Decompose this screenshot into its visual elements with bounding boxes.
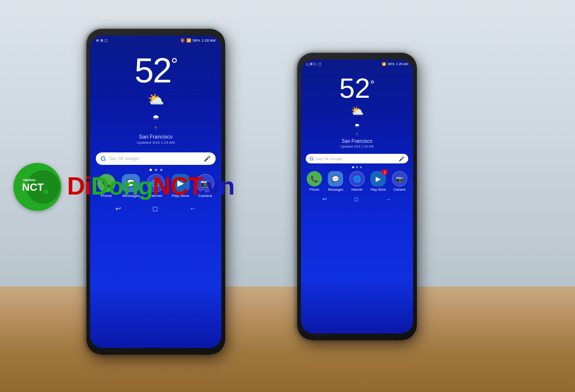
brand-nct: NCT xyxy=(153,172,200,200)
home-dots-large xyxy=(90,169,221,171)
messages-icon-small: 💬 xyxy=(328,171,343,186)
internet-label-small: Internet xyxy=(351,188,363,191)
updated-large: Updated 3/16 1:24 AM xyxy=(90,140,221,145)
app-dock-small: 📞 Phone 💬 Messages 🌐 Internet ▶ xyxy=(301,171,413,193)
nav-home-small[interactable]: ◻ xyxy=(354,196,358,202)
nav-bar-large: ↩ ◻ ← xyxy=(90,202,221,214)
status-bar-large: ⊕ ⊞ ◻ 🔇 📶 58% 1:26 AM xyxy=(90,35,221,44)
search-bar-large[interactable]: G Say 'Ok Google' 🎤 xyxy=(96,152,216,165)
nav-back-large[interactable]: ↩ xyxy=(115,205,121,212)
signal-icon: 📶 xyxy=(186,38,191,43)
city-small: San Francisco xyxy=(301,138,413,144)
camera-icon-small: 📷 xyxy=(392,171,407,186)
nav-bar-small: ↩ ◻ ← xyxy=(301,194,413,204)
signal-small: 📶 xyxy=(382,62,386,66)
location-pin-small: 📍 xyxy=(355,133,359,137)
temp-small: 52° xyxy=(301,74,413,102)
phone-small-screen: △ ⊞ ▷ ◻ 📶 66% 1:26 AM 52° ⛅🌧 xyxy=(301,59,413,334)
mute-icon: 🔇 xyxy=(180,38,185,43)
status-left-small: △ ⊞ ▷ ◻ xyxy=(306,62,322,66)
phone-label-small: Phone xyxy=(310,188,319,191)
time-large: 1:26 AM xyxy=(202,38,216,43)
mic-icon-large: 🎤 xyxy=(204,155,211,162)
dot-2 xyxy=(155,169,157,171)
app-messages-small[interactable]: 💬 Messages xyxy=(328,171,343,191)
time-small: 1:26 AM xyxy=(396,62,408,66)
brand-dong: Dong xyxy=(91,172,153,200)
search-bar-small[interactable]: G Say 'Ok Google' 🎤 xyxy=(306,154,408,163)
internet-icon-small: 🌐 xyxy=(349,171,365,186)
small-dot-2 xyxy=(356,166,358,168)
phone-small: △ ⊞ ▷ ◻ 📶 66% 1:26 AM 52° ⛅🌧 xyxy=(297,53,417,340)
nav-recents-small[interactable]: ← xyxy=(386,196,391,202)
status-bar-small: △ ⊞ ▷ ◻ 📶 66% 1:26 AM xyxy=(301,59,413,67)
app-phone-small[interactable]: 📞 Phone xyxy=(307,171,322,191)
search-placeholder-large: Say 'Ok Google' xyxy=(109,156,204,161)
brand-di: Di xyxy=(67,172,91,200)
small-dot-1 xyxy=(352,166,354,168)
nct-logo: station NCT xyxy=(13,163,61,211)
home-dots-small xyxy=(301,166,413,168)
dot-3 xyxy=(160,169,162,171)
status-right-small: 📶 66% 1:26 AM xyxy=(382,62,408,66)
nav-back-small[interactable]: ↩ xyxy=(322,196,327,202)
weather-widget-small: 52° ⛅🌧 📍 San Francisco Updated 3/16 1:24… xyxy=(301,74,413,148)
messages-label-small: Messages xyxy=(328,188,344,191)
nct-circle: station NCT xyxy=(13,163,61,211)
search-placeholder-small: Say 'Ok Google' xyxy=(316,157,399,161)
app-camera-small[interactable]: 📷 Camera xyxy=(392,171,407,191)
status-left-large: ⊕ ⊞ ◻ xyxy=(96,38,108,43)
battery-small: 66% xyxy=(388,62,394,66)
degree-small: ° xyxy=(370,78,375,91)
svg-point-4 xyxy=(44,189,48,194)
svg-text:NCT: NCT xyxy=(22,181,44,193)
status-right-large: 🔇 📶 58% 1:26 AM xyxy=(180,38,216,43)
updated-small: Updated 3/16 1:24 AM xyxy=(301,145,413,148)
status-icons-large: ⊕ ⊞ ◻ xyxy=(96,38,108,43)
mic-icon-small: 🎤 xyxy=(399,156,404,161)
nav-home-large[interactable]: ◻ xyxy=(152,205,158,212)
weather-widget-large: 52° ⛅🌧 📍 San Francisco Updated 3/16 1:24… xyxy=(90,53,221,145)
playstore-label-small: Play Store xyxy=(370,188,386,191)
battery-large: 58% xyxy=(193,38,200,43)
brand-text: DiDongNCT.vn xyxy=(67,172,234,200)
nav-recents-large[interactable]: ← xyxy=(189,205,196,212)
brand-vn: .vn xyxy=(200,172,234,200)
small-dot-3 xyxy=(360,166,362,168)
dot-1 xyxy=(150,169,152,171)
status-icons-small: △ ⊞ ▷ ◻ xyxy=(306,62,322,66)
degree-large: ° xyxy=(171,55,177,74)
weather-cloud-large: ⛅🌧 xyxy=(90,92,221,123)
scene: ⊕ ⊞ ◻ 🔇 📶 58% 1:26 AM 52° ⛅🌧 xyxy=(0,0,575,392)
playstore-icon-small: ▶ 2 xyxy=(370,171,386,186)
phone-icon-small: 📞 xyxy=(307,171,322,186)
app-internet-small[interactable]: 🌐 Internet xyxy=(349,171,365,191)
google-logo-large: G xyxy=(101,155,106,162)
camera-label-small: Camera xyxy=(393,188,405,191)
temp-large: 52° xyxy=(90,53,221,88)
nct-logo-svg: station NCT xyxy=(13,163,61,211)
phone-small-body: △ ⊞ ▷ ◻ 📶 66% 1:26 AM 52° ⛅🌧 xyxy=(297,53,417,340)
app-playstore-small[interactable]: ▶ 2 Play Store xyxy=(370,171,386,191)
google-logo-small: G xyxy=(310,156,314,161)
city-large: San Francisco xyxy=(90,134,221,139)
weather-cloud-small: ⛅🌧 xyxy=(301,105,413,130)
playstore-badge: 2 xyxy=(382,169,388,175)
location-pin-large: 📍 xyxy=(153,127,158,131)
